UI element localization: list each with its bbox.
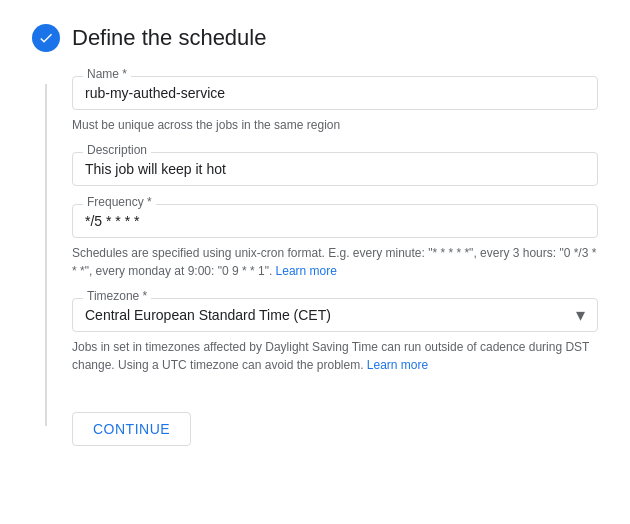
name-field-wrapper: Name * xyxy=(72,76,598,110)
frequency-field-wrapper: Frequency * xyxy=(72,204,598,238)
frequency-label: Frequency * xyxy=(83,196,156,208)
step-bar xyxy=(45,84,47,426)
timezone-hint-text: Jobs in set in timezones affected by Day… xyxy=(72,340,589,372)
timezone-hint: Jobs in set in timezones affected by Day… xyxy=(72,338,598,374)
timezone-select[interactable]: Timezone * Central European Standard Tim… xyxy=(72,298,598,332)
header: Define the schedule xyxy=(32,24,598,52)
description-label: Description xyxy=(83,144,151,156)
name-label: Name * xyxy=(83,68,131,80)
timezone-label: Timezone * xyxy=(83,290,151,302)
name-field-group: Name * Must be unique across the jobs in… xyxy=(72,76,598,134)
timezone-value: Central European Standard Time (CET) xyxy=(85,307,331,323)
timezone-field-group: Timezone * Central European Standard Tim… xyxy=(72,298,598,374)
frequency-learn-more-link[interactable]: Learn more xyxy=(276,264,337,278)
continue-button[interactable]: CONTINUE xyxy=(72,412,191,446)
frequency-hint: Schedules are specified using unix-cron … xyxy=(72,244,598,280)
step-complete-icon xyxy=(32,24,60,52)
name-hint: Must be unique across the jobs in the sa… xyxy=(72,116,598,134)
description-field-group: Description xyxy=(72,152,598,186)
form-content: Name * Must be unique across the jobs in… xyxy=(32,76,598,446)
frequency-field-group: Frequency * Schedules are specified usin… xyxy=(72,204,598,280)
description-field-wrapper: Description xyxy=(72,152,598,186)
timezone-learn-more-link[interactable]: Learn more xyxy=(367,358,428,372)
chevron-down-icon: ▾ xyxy=(576,304,585,326)
page-container: Define the schedule Name * Must be uniqu… xyxy=(32,24,598,446)
frequency-input[interactable] xyxy=(85,213,585,229)
page-title: Define the schedule xyxy=(72,25,266,51)
name-input[interactable] xyxy=(85,85,585,101)
description-input[interactable] xyxy=(85,161,585,177)
